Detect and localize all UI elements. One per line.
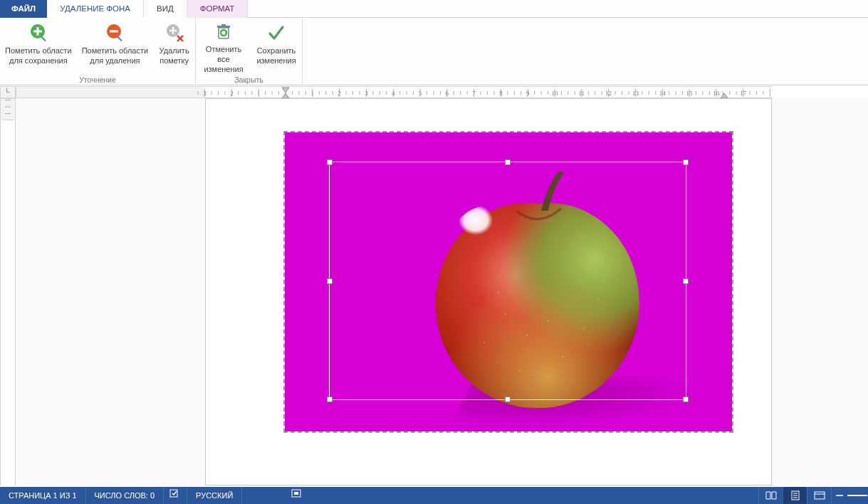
- horizontal-ruler[interactable]: 3211234567891011121314151617: [16, 86, 772, 98]
- checkmark-icon: [266, 22, 287, 43]
- crop-handle-bottom-mid[interactable]: [505, 397, 511, 402]
- svg-rect-15: [172, 27, 173, 34]
- mark-keep-label-1: Пометить области: [5, 46, 72, 56]
- crop-handle-mid-right[interactable]: [683, 278, 689, 284]
- mark-areas-keep-button[interactable]: Пометить области для сохранения: [0, 18, 77, 73]
- tab-background-remove[interactable]: УДАЛЕНИЕ ФОНА: [47, 0, 144, 18]
- svg-marker-128: [282, 93, 289, 98]
- svg-marker-127: [282, 88, 289, 93]
- minus-circle-icon: [104, 22, 125, 43]
- delete-mark-label-2: пометку: [160, 56, 189, 66]
- tab-format[interactable]: ФОРМАТ: [187, 0, 249, 18]
- plus-circle-icon: [28, 22, 49, 43]
- discard-label-1: Отменить все: [199, 45, 249, 65]
- crop-handle-top-left[interactable]: [327, 159, 333, 165]
- svg-rect-8: [36, 27, 38, 36]
- mark-remove-label-2: для удаления: [90, 56, 140, 66]
- svg-rect-211: [170, 490, 177, 497]
- ribbon-group-close-label: Закрыть: [196, 75, 302, 84]
- mark-areas-remove-button[interactable]: Пометить области для удаления: [77, 18, 154, 73]
- view-web-layout-button[interactable]: [807, 487, 831, 504]
- svg-rect-9: [41, 36, 46, 41]
- crop-handle-top-mid[interactable]: [505, 159, 511, 165]
- plus-x-icon: [164, 22, 185, 43]
- crop-rectangle[interactable]: [329, 162, 686, 400]
- svg-rect-18: [221, 24, 226, 26]
- view-read-mode-button[interactable]: [758, 487, 783, 504]
- discard-changes-button[interactable]: Отменить все изменения: [196, 18, 251, 73]
- crop-handle-top-right[interactable]: [683, 159, 689, 165]
- keep-changes-button[interactable]: Сохранить изменения: [251, 18, 301, 73]
- status-page[interactable]: СТРАНИЦА 1 ИЗ 1: [0, 487, 86, 504]
- zoom-out-button[interactable]: [831, 487, 847, 504]
- status-macro-icon[interactable]: [285, 487, 308, 504]
- svg-rect-213: [294, 492, 298, 495]
- status-words[interactable]: ЧИСЛО СЛОВ: 0: [86, 487, 164, 504]
- svg-marker-129: [721, 93, 728, 98]
- ribbon: Пометить области для сохранения Пометить…: [0, 18, 868, 85]
- status-proofing-icon[interactable]: [164, 487, 187, 504]
- svg-rect-17: [217, 26, 230, 28]
- status-language[interactable]: РУССКИЙ: [187, 487, 242, 504]
- vertical-ruler[interactable]: 12345678910111213: [0, 98, 16, 485]
- discard-label-2: изменения: [204, 65, 243, 75]
- tab-view[interactable]: ВИД: [144, 0, 187, 18]
- zoom-slider[interactable]: [847, 487, 868, 504]
- ribbon-group-refine-label: Уточнение: [0, 75, 195, 84]
- selected-image[interactable]: [285, 132, 732, 431]
- svg-rect-11: [110, 31, 118, 33]
- svg-rect-12: [117, 36, 122, 41]
- crop-handle-bottom-right[interactable]: [683, 397, 689, 402]
- delete-mark-button[interactable]: Удалить пометку: [153, 18, 195, 73]
- crop-handle-bottom-left[interactable]: [327, 397, 333, 402]
- status-bar: СТРАНИЦА 1 ИЗ 1 ЧИСЛО СЛОВ: 0 РУССКИЙ: [0, 487, 868, 504]
- ribbon-group-close: Отменить все изменения Сохранить изменен…: [196, 18, 303, 85]
- svg-rect-218: [815, 492, 825, 499]
- trash-icon: [213, 22, 234, 42]
- mark-keep-label-2: для сохранения: [9, 56, 68, 66]
- crop-handle-mid-left[interactable]: [327, 278, 333, 284]
- ribbon-group-refine: Пометить области для сохранения Пометить…: [0, 18, 196, 85]
- tab-file[interactable]: ФАЙЛ: [0, 0, 47, 18]
- ruler-corner: L: [0, 86, 16, 98]
- mark-remove-label-1: Пометить области: [82, 46, 149, 56]
- delete-mark-label-1: Удалить: [160, 46, 189, 56]
- keep-label-2: изменения: [256, 56, 296, 66]
- tab-bar: ФАЙЛ УДАЛЕНИЕ ФОНА ВИД ФОРМАТ: [0, 0, 868, 18]
- view-print-layout-button[interactable]: [783, 487, 807, 504]
- keep-label-1: Сохранить: [257, 46, 296, 56]
